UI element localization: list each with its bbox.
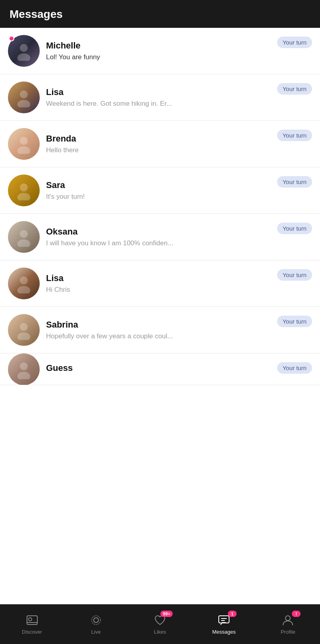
svg-point-1 — [17, 53, 31, 61]
turn-badge-brenda: Your turn — [277, 130, 312, 141]
avatar-wrapper-lisa2 — [8, 268, 40, 299]
svg-point-14 — [20, 362, 28, 370]
avatar-wrapper-sara — [8, 175, 40, 206]
message-content-lisa1: LisaWeekend is here. Got some hiking in.… — [46, 87, 277, 108]
message-item-sara[interactable]: SaraIt's your turn!Your turn — [0, 167, 320, 214]
message-item-lisa2[interactable]: LisaHi ChrisYour turn — [0, 260, 320, 307]
svg-point-5 — [17, 146, 31, 154]
turn-badge-michelle: Your turn — [277, 37, 312, 48]
likes-badge: 99+ — [160, 611, 173, 617]
avatar-brenda — [8, 128, 40, 160]
avatar-sabrina — [8, 314, 40, 346]
live-icon — [90, 614, 102, 627]
message-item-michelle[interactable]: MichelleLol! You are funnyYour turn — [0, 28, 320, 74]
message-item-sabrina[interactable]: SabrinaHopefully over a few years a coup… — [0, 307, 320, 353]
discover-icon-wrapper — [26, 614, 39, 627]
svg-point-20 — [92, 616, 100, 625]
avatar-wrapper-michelle — [8, 35, 40, 67]
message-preview-sabrina: Hopefully over a few years a couple coul… — [46, 332, 217, 340]
message-preview-lisa2: Hi Chris — [46, 286, 217, 294]
messages-icon-wrapper: 1 — [218, 614, 230, 627]
message-name-lisa1: Lisa — [46, 87, 277, 97]
message-item-oksana[interactable]: OksanaI will have you know I am 100% con… — [0, 214, 320, 260]
message-name-brenda: Brenda — [46, 134, 277, 144]
message-name-guess: Guess — [46, 363, 277, 373]
message-content-guess: Guess — [46, 363, 277, 376]
avatar-wrapper-sabrina — [8, 314, 40, 346]
svg-point-0 — [20, 44, 28, 52]
svg-point-3 — [17, 100, 31, 107]
profile-label: Profile — [281, 629, 295, 635]
avatar-lisa2 — [8, 268, 40, 299]
nav-item-likes[interactable]: 99+ Likes — [144, 614, 176, 635]
message-content-michelle: MichelleLol! You are funny — [46, 41, 277, 61]
message-content-sara: SaraIt's your turn! — [46, 180, 277, 201]
turn-badge-sabrina: Your turn — [277, 316, 312, 327]
avatar-sara — [8, 175, 40, 206]
message-preview-sara: It's your turn! — [46, 193, 217, 201]
message-item-guess[interactable]: GuessYour turn — [0, 353, 320, 385]
message-item-brenda[interactable]: BrendaHello thereYour turn — [0, 121, 320, 167]
svg-point-10 — [20, 277, 28, 285]
svg-point-7 — [17, 193, 31, 200]
live-label: Live — [91, 629, 101, 635]
live-icon-wrapper — [90, 614, 102, 627]
svg-point-8 — [20, 230, 28, 238]
svg-point-11 — [17, 286, 31, 293]
svg-point-19 — [94, 618, 98, 623]
messages-label: Messages — [212, 629, 236, 635]
svg-point-24 — [285, 616, 290, 621]
message-preview-michelle: Lol! You are funny — [46, 53, 217, 61]
avatar-wrapper-oksana — [8, 221, 40, 253]
online-indicator — [9, 36, 14, 41]
likes-icon-wrapper: 99+ — [154, 614, 166, 627]
turn-badge-sara: Your turn — [277, 176, 312, 188]
svg-point-6 — [20, 184, 28, 192]
svg-point-12 — [20, 323, 28, 331]
message-name-lisa2: Lisa — [46, 273, 277, 283]
svg-point-17 — [29, 618, 32, 621]
nav-item-messages[interactable]: 1 Messages — [208, 614, 240, 635]
nav-item-discover[interactable]: Discover — [16, 614, 48, 635]
message-item-lisa1[interactable]: LisaWeekend is here. Got some hiking in.… — [0, 74, 320, 121]
svg-point-15 — [17, 372, 31, 379]
profile-icon-wrapper: ! — [281, 614, 294, 627]
avatar-wrapper-lisa1 — [8, 81, 40, 113]
svg-rect-21 — [219, 616, 229, 623]
message-preview-lisa1: Weekend is here. Got some hiking in. Er.… — [46, 100, 217, 108]
message-preview-oksana: I will have you know I am 100% confiden.… — [46, 239, 217, 247]
message-name-oksana: Oksana — [46, 227, 277, 237]
svg-point-2 — [20, 91, 28, 99]
turn-badge-lisa2: Your turn — [277, 269, 312, 281]
message-content-lisa2: LisaHi Chris — [46, 273, 277, 294]
likes-label: Likes — [154, 629, 166, 635]
bottom-nav: Discover Live 99+ Likes — [0, 604, 320, 644]
header: Messages — [0, 0, 320, 28]
avatar-wrapper-brenda — [8, 128, 40, 160]
message-content-oksana: OksanaI will have you know I am 100% con… — [46, 227, 277, 247]
turn-badge-guess: Your turn — [277, 362, 312, 374]
message-content-brenda: BrendaHello there — [46, 134, 277, 154]
message-name-michelle: Michelle — [46, 41, 277, 51]
message-name-sara: Sara — [46, 180, 277, 190]
nav-item-live[interactable]: Live — [80, 614, 112, 635]
page-title: Messages — [10, 8, 310, 21]
avatar-guess — [8, 353, 40, 385]
nav-item-profile[interactable]: ! Profile — [272, 614, 304, 635]
message-content-sabrina: SabrinaHopefully over a few years a coup… — [46, 320, 277, 340]
message-preview-brenda: Hello there — [46, 146, 217, 154]
avatar-oksana — [8, 221, 40, 253]
profile-badge: ! — [292, 611, 301, 617]
turn-badge-lisa1: Your turn — [277, 83, 312, 95]
messages-list: MichelleLol! You are funnyYour turn Lisa… — [0, 28, 320, 604]
message-name-sabrina: Sabrina — [46, 320, 277, 330]
turn-badge-oksana: Your turn — [277, 223, 312, 234]
avatar-lisa1 — [8, 81, 40, 113]
svg-point-13 — [17, 332, 31, 340]
svg-point-9 — [17, 239, 31, 247]
discover-icon — [26, 614, 39, 627]
svg-point-4 — [20, 137, 28, 145]
discover-label: Discover — [22, 629, 42, 635]
messages-badge: 1 — [228, 611, 237, 617]
avatar-wrapper-guess — [8, 353, 40, 385]
